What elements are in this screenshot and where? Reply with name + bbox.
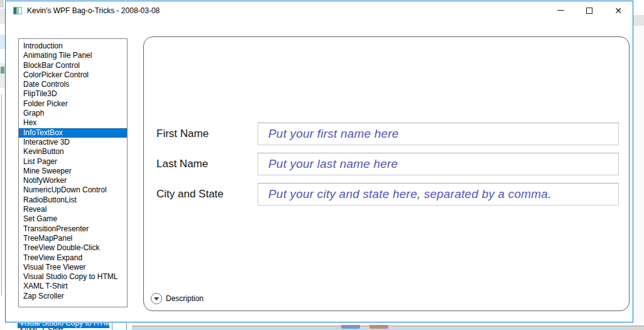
description-expander[interactable]: Description bbox=[151, 293, 204, 304]
minimize-icon bbox=[557, 10, 564, 11]
list-item[interactable]: Set Game bbox=[19, 214, 127, 224]
minimize-button[interactable] bbox=[546, 1, 575, 19]
list-item[interactable]: Reveal bbox=[19, 205, 127, 214]
demo-panel: First Name Last Name City and State Desc… bbox=[143, 36, 630, 311]
list-item[interactable]: InfoTextBox bbox=[19, 128, 127, 138]
list-item[interactable]: Interactive 3D bbox=[19, 138, 127, 147]
list-item[interactable]: TreeView Double-Click bbox=[19, 243, 127, 253]
first-name-input[interactable] bbox=[258, 123, 619, 145]
last-name-label: Last Name bbox=[156, 153, 208, 175]
list-item[interactable]: Hex bbox=[19, 118, 127, 128]
background-fragment bbox=[0, 0, 4, 8]
expander-label: Description bbox=[166, 294, 204, 303]
background-button-fragment bbox=[369, 325, 388, 329]
list-item[interactable]: Folder Picker bbox=[19, 99, 127, 109]
list-item[interactable]: NumericUpDown Control bbox=[19, 185, 127, 195]
first-name-label: First Name bbox=[156, 123, 209, 145]
list-item[interactable]: FlipTile3D bbox=[19, 89, 127, 99]
last-name-input[interactable] bbox=[258, 153, 619, 175]
list-item[interactable]: RadioButtonList bbox=[19, 195, 127, 205]
list-item[interactable]: NotifyWorker bbox=[19, 176, 127, 185]
list-item[interactable]: BlockBar Control bbox=[19, 61, 127, 70]
list-item[interactable]: List Pager bbox=[19, 157, 127, 167]
list-item[interactable]: Mine Sweeper bbox=[19, 167, 127, 176]
background-icon bbox=[1, 67, 4, 74]
list-item[interactable]: Introduction bbox=[19, 41, 127, 51]
chevron-down-icon bbox=[154, 297, 159, 300]
list-item[interactable]: TransitionPresenter bbox=[19, 224, 127, 234]
list-item[interactable]: Visual Tree Viewer bbox=[19, 263, 127, 272]
maximize-icon bbox=[586, 8, 592, 14]
background-window-left-edge bbox=[0, 0, 5, 330]
background-fragment bbox=[0, 9, 5, 24]
list-item[interactable]: TreeMapPanel bbox=[19, 234, 127, 243]
background-selected-list-item: Visual Studio Copy to HTML bbox=[18, 323, 109, 328]
background-fragment bbox=[0, 35, 5, 49]
list-item[interactable]: Visual Studio Copy to HTML bbox=[19, 272, 127, 282]
background-divider bbox=[112, 323, 112, 330]
demo-list[interactable]: IntroductionAnimating Tile PanelBlockBar… bbox=[18, 38, 128, 307]
list-item[interactable]: Graph bbox=[19, 109, 127, 118]
background-fragment bbox=[633, 15, 644, 26]
background-divider bbox=[126, 323, 127, 330]
list-item[interactable]: Animating Tile Panel bbox=[19, 51, 127, 60]
list-item[interactable]: XAML T-Shirt bbox=[19, 282, 127, 291]
list-item[interactable]: Date Controls bbox=[19, 80, 127, 89]
close-button[interactable]: ✕ bbox=[604, 1, 633, 19]
background-window-right-edge bbox=[633, 0, 644, 330]
list-item[interactable]: TreeView Expand bbox=[19, 253, 127, 263]
city-state-label: City and State bbox=[156, 183, 224, 206]
list-item[interactable]: ColorPicker Control bbox=[19, 70, 127, 80]
background-fragment bbox=[633, 26, 644, 330]
background-divider bbox=[1, 94, 2, 295]
list-item[interactable]: KevinButton bbox=[19, 147, 127, 157]
window-title: Kevin's WPF Bag-o-Tricks - 2008-03-08 bbox=[27, 6, 160, 15]
title-bar[interactable]: Kevin's WPF Bag-o-Tricks - 2008-03-08 ✕ bbox=[6, 1, 633, 20]
app-window: Kevin's WPF Bag-o-Tricks - 2008-03-08 ✕ … bbox=[5, 1, 633, 322]
maximize-button[interactable] bbox=[575, 1, 604, 19]
expander-toggle-button[interactable] bbox=[151, 293, 162, 304]
app-icon bbox=[13, 7, 22, 14]
city-state-input[interactable] bbox=[258, 183, 619, 206]
background-button-fragment bbox=[341, 325, 360, 329]
list-item[interactable]: Zap Scroller bbox=[19, 292, 127, 301]
close-icon: ✕ bbox=[614, 6, 622, 15]
background-window-bottom-edge: Visual Studio Copy to HTML XAML T-Shirt bbox=[0, 322, 644, 330]
